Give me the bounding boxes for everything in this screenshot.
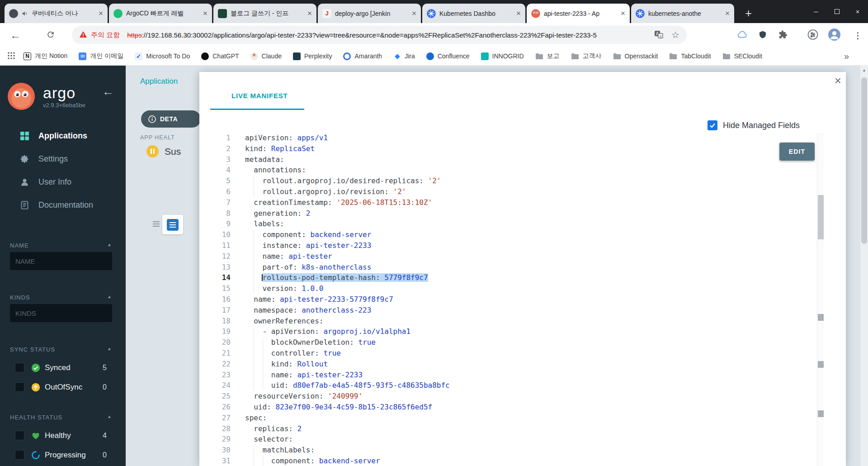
collapse-triangle-icon[interactable]: ▲: [107, 242, 112, 247]
name-filter-input[interactable]: [10, 252, 112, 270]
sidebar-item-settings[interactable]: Settings: [0, 147, 126, 171]
line-number: 20: [199, 337, 231, 348]
translate-icon[interactable]: Aa: [654, 30, 663, 40]
bookmark-item[interactable]: ChatGPT: [201, 52, 239, 60]
todo-check-icon: ✓: [135, 52, 142, 60]
bookmark-item[interactable]: *Claude: [250, 52, 282, 60]
tab-close-icon[interactable]: ×: [307, 10, 312, 17]
bookmark-label: Amaranth: [354, 52, 382, 60]
browser-tab[interactable]: Jdeploy-argo [Jenkin×: [318, 4, 421, 23]
pinned-extension-icon[interactable]: [759, 30, 767, 40]
window-close-button[interactable]: ×: [847, 0, 868, 23]
tab-close-icon[interactable]: ×: [99, 10, 103, 17]
address-bar[interactable]: 주의 요함 https://192.168.56.30:30002/applic…: [72, 26, 687, 44]
bookmarks-overflow-icon[interactable]: »: [844, 51, 849, 62]
filter-checkbox[interactable]: [15, 431, 24, 440]
bookmarks-bar: N개인 Notion✉개인 이메일✓Microsoft To DoChatGPT…: [0, 47, 868, 66]
filter-header-kinds[interactable]: KINDS▲: [10, 294, 112, 301]
panel-close-icon[interactable]: ×: [835, 75, 841, 86]
browser-tab[interactable]: 블로그 글쓰기 - 인프×: [213, 4, 316, 23]
page-scrollbar-thumb[interactable]: [861, 77, 867, 244]
manifest-code[interactable]: 1apiVersion: apps/v12kind: ReplicaSet3me…: [199, 133, 816, 466]
browser-menu-icon[interactable]: ⋮: [854, 30, 862, 40]
line-number: 16: [199, 294, 231, 305]
browser-tab[interactable]: api-tester-2233 - Ap×: [527, 4, 630, 23]
bookmark-item[interactable]: INNOGRID: [481, 52, 524, 60]
window-maximize-button[interactable]: [826, 0, 847, 23]
sidebar-item-applications[interactable]: Applications: [0, 124, 126, 147]
browser-tab[interactable]: kubernetes-anothe×: [631, 4, 734, 23]
code-line: 31component: backend-server: [199, 456, 816, 466]
media-controls-icon[interactable]: [807, 29, 818, 41]
breadcrumb[interactable]: Application: [140, 77, 178, 86]
apps-grid-icon[interactable]: [7, 52, 15, 61]
bookmark-item[interactable]: ✉개인 이메일: [79, 52, 123, 60]
collapse-triangle-icon[interactable]: ▲: [107, 414, 112, 419]
bookmark-item[interactable]: N개인 Notion: [24, 52, 67, 60]
window-controls: ─ ×: [806, 0, 868, 23]
browser-tab[interactable]: Kubernetes Dashbo×: [422, 4, 525, 23]
profile-avatar[interactable]: [828, 29, 840, 42]
back-button[interactable]: ←: [10, 29, 21, 42]
tab-close-icon[interactable]: ×: [725, 10, 730, 17]
tab-close-icon[interactable]: ×: [412, 10, 416, 17]
new-tab-button[interactable]: +: [745, 7, 752, 19]
extensions-puzzle-icon[interactable]: [778, 30, 788, 40]
bookmark-item[interactable]: Openstackit: [613, 52, 658, 60]
url-rest: ://192.168.56.30:30002/applications/argo…: [142, 31, 597, 39]
filter-header-health-status[interactable]: HEALTH STATUS▲: [10, 414, 112, 421]
sidebar-item-documentation[interactable]: Documentation: [0, 194, 126, 217]
filter-label: OutOfSync: [45, 383, 82, 392]
resource-icon: [167, 219, 179, 231]
code-scrollbar-thumb[interactable]: [818, 195, 824, 239]
hide-managed-fields-checkbox[interactable]: [708, 120, 717, 130]
filter-synced[interactable]: Synced5: [0, 358, 126, 377]
collapse-triangle-icon[interactable]: ▲: [107, 294, 112, 299]
hide-managed-fields-toggle[interactable]: Hide Managed Fields: [708, 120, 800, 130]
sidebar-item-label: Applications: [38, 131, 87, 141]
refresh-button[interactable]: [46, 30, 55, 40]
page-scrollbar[interactable]: ▲: [860, 66, 868, 466]
bookmark-item[interactable]: Confluence: [426, 52, 470, 60]
bookmark-item[interactable]: TabCloudit: [669, 52, 711, 60]
sidebar-collapse-icon[interactable]: ←: [102, 85, 114, 99]
filter-checkbox[interactable]: [15, 450, 24, 460]
details-button[interactable]: DETA: [141, 110, 201, 128]
bookmark-label: Confluence: [438, 52, 470, 60]
window-minimize-button[interactable]: ─: [806, 0, 826, 23]
tab-close-icon[interactable]: ×: [516, 10, 521, 17]
progressing-icon: [31, 451, 40, 460]
collapse-triangle-icon[interactable]: ▲: [107, 346, 112, 351]
tab-live-manifest[interactable]: LIVE MANIFEST: [231, 92, 288, 100]
bookmark-star-icon[interactable]: ☆: [671, 29, 679, 40]
filter-header-name[interactable]: NAME▲: [10, 242, 112, 249]
kinds-filter-input[interactable]: [10, 304, 112, 322]
cloud-extension-icon[interactable]: [737, 29, 748, 41]
bookmark-item[interactable]: 고객사: [571, 52, 602, 60]
filter-progressing[interactable]: Progressing0: [0, 445, 126, 465]
filter-header-sync-status[interactable]: SYNC STATUS▲: [10, 346, 112, 353]
bookmark-item[interactable]: Perplexity: [293, 52, 332, 60]
bookmark-item[interactable]: Amaranth: [343, 52, 382, 60]
confluence-icon: [426, 52, 434, 60]
kubernetes-favicon: [427, 9, 436, 18]
code-scrollbar[interactable]: [817, 133, 824, 466]
scrollbar-up-arrow[interactable]: ▲: [860, 66, 868, 75]
filter-outofsync[interactable]: OutOfSync0: [0, 377, 126, 397]
list-icon[interactable]: [153, 221, 160, 227]
browser-tab[interactable]: 쿠버네티스 어나×: [5, 4, 108, 23]
resource-node-card[interactable]: [162, 215, 183, 234]
bookmark-item[interactable]: SECloudit: [722, 52, 762, 60]
filter-healthy[interactable]: Healthy4: [0, 426, 126, 445]
bookmark-item[interactable]: ✓Microsoft To Do: [135, 52, 190, 60]
filter-checkbox[interactable]: [15, 363, 24, 372]
tab-close-icon[interactable]: ×: [621, 10, 625, 17]
bookmark-item[interactable]: 보고: [535, 52, 560, 60]
notion-icon: N: [24, 52, 31, 60]
browser-tab[interactable]: ArgoCD 빠르게 레벨×: [109, 4, 212, 23]
tab-close-icon[interactable]: ×: [203, 10, 208, 17]
security-warning-icon[interactable]: [79, 31, 87, 39]
bookmark-item[interactable]: ◆Jira: [393, 52, 415, 60]
filter-checkbox[interactable]: [15, 382, 24, 392]
sidebar-item-user-info[interactable]: User Info: [0, 171, 126, 194]
